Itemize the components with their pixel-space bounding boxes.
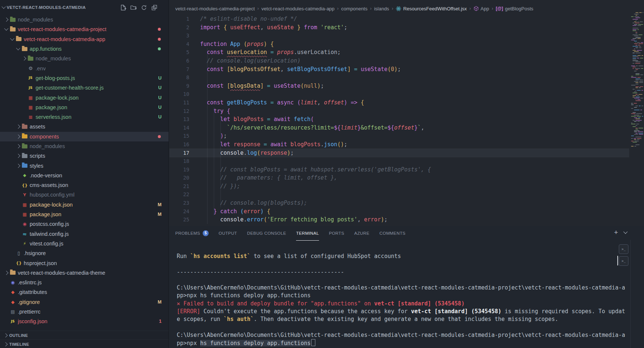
tree-item-cms-assets.json[interactable]: {}cms-assets.json	[0, 180, 169, 190]
tree-item-.env[interactable]: ⚙.env	[0, 63, 169, 73]
tree-item-node-modules[interactable]: node_modules	[0, 141, 169, 151]
panel-tab-comments[interactable]: COMMENTS	[379, 226, 405, 241]
code-line-15[interactable]: 15 );	[169, 132, 629, 140]
code-line-9[interactable]: 9 const [blogsData] = useState(null);	[169, 82, 629, 90]
minimap-line	[631, 85, 643, 86]
code-line-17[interactable]: 17 console.log(response);	[169, 149, 629, 157]
code-line-5[interactable]: 5 const userLocation = props.userLocatio…	[169, 48, 629, 57]
breadcrumb-item-getBlogPosts[interactable]: [@]getBlogPosts	[496, 6, 533, 11]
tree-item-serverless.json[interactable]: ≡serverless.jsonU	[0, 112, 169, 122]
panel-tab-terminal[interactable]: TERMINAL	[296, 226, 319, 241]
tree-item-get-customer-health-score.js[interactable]: JSget-customer-health-score.jsU	[0, 83, 169, 93]
tree-item-.eslintrc.js[interactable]: ◉.eslintrc.js	[0, 278, 169, 287]
tree-item-vitest.config.js[interactable]: ⚡vitest.config.js	[0, 239, 169, 248]
code-line-2[interactable]: 2import { useEffect, useState } from 're…	[169, 23, 629, 32]
breadcrumb-item-vetct-react-modules-catmedia-app[interactable]: vetct-react-modules-catmedia-app	[262, 6, 335, 11]
tree-item-vetct-react-modules-catmedia-app[interactable]: vetct-react-modules-catmedia-app	[0, 34, 169, 44]
tree-item-node-modules[interactable]: node_modules	[0, 15, 169, 24]
breadcrumb-item-components[interactable]: components	[341, 6, 368, 11]
code-line-8[interactable]: 8	[169, 73, 629, 82]
tree-item-hubspot.config.yml[interactable]: Yhubspot.config.yml	[0, 190, 169, 200]
code-line-content: let response = await blogPosts.json();	[189, 140, 347, 149]
code-line-24[interactable]: 24 } catch (error) {	[169, 207, 629, 216]
chevron-down-icon[interactable]	[1, 4, 6, 9]
panel-tab-label: PROBLEMS	[175, 231, 200, 235]
code-line-14[interactable]: 14 `/hs/serverless/resources?limit=${lim…	[169, 124, 629, 132]
new-file-icon[interactable]	[120, 4, 126, 11]
refresh-explorer-icon[interactable]	[141, 4, 147, 11]
code-line-3[interactable]: 3	[169, 31, 629, 40]
code-line-6[interactable]: 6 // console.log(userLocation)	[169, 57, 629, 65]
tree-item-.hsignore[interactable]: ▯.hsignore	[0, 248, 169, 258]
code-line-22[interactable]: 22	[169, 190, 629, 199]
code-line-10[interactable]: 10	[169, 90, 629, 98]
code-line-13[interactable]: 13 let blogPosts = await fetch(	[169, 115, 629, 124]
tree-item-.node-version[interactable]: ◆.node-version	[0, 171, 169, 180]
code-line-18[interactable]: 18	[169, 157, 629, 165]
code-line-content: console.log(response);	[189, 149, 294, 157]
code-line-7[interactable]: 7 const [blogPostsOffset, setBlogPostsOf…	[169, 65, 629, 74]
code-line-23[interactable]: 23 // console.log(blogPosts);	[169, 199, 629, 207]
code-line-25[interactable]: 25 console.error('Error fetching blog po…	[169, 215, 629, 224]
tree-item-app.functions[interactable]: app.functions	[0, 44, 169, 54]
tree-item-jsconfig.json[interactable]: JSjsconfig.json1	[0, 317, 169, 326]
code-line-4[interactable]: 4function App (props) {	[169, 40, 629, 48]
code-line-content: const [blogsData] = useState(null);	[189, 82, 324, 90]
tree-item-node-modules[interactable]: node_modules	[0, 54, 169, 63]
breadcrumb-item-vetct-react-modules-catmedia-project[interactable]: vetct-react-modules-catmedia-project	[175, 6, 255, 11]
outline-section-header[interactable]: OUTLINE	[0, 331, 169, 340]
code-line-1[interactable]: 1/* eslint-disable no-undef */	[169, 15, 629, 23]
terminal-output[interactable]: Run `hs accounts list` to see a list of …	[177, 252, 628, 347]
tree-item-vetct-react-modules-catmedia-theme[interactable]: vetct-react-modules-catmedia-theme	[0, 268, 169, 278]
breadcrumb-item-islands[interactable]: islands	[374, 6, 389, 11]
tree-item-package.json[interactable]: ▦package.jsonM	[0, 210, 169, 219]
tree-item-.prettierrc[interactable]: ▤.prettierrc	[0, 307, 169, 317]
new-terminal-icon[interactable]: +	[614, 229, 618, 236]
line-number: 15	[169, 132, 189, 140]
breadcrumb-label: vetct-react-modules-catmedia-app	[262, 6, 335, 11]
code-line-12[interactable]: 12 try {	[169, 107, 629, 116]
terminal-tab-icon[interactable]: >_	[619, 244, 628, 254]
code-line-19[interactable]: 19 // const blogPosts = await hubspot.se…	[169, 165, 629, 174]
tree-item-package-lock.json[interactable]: ▦package-lock.jsonM	[0, 200, 169, 210]
panel-tab-azure[interactable]: AZURE	[354, 226, 369, 241]
panel-tab-debug-console[interactable]: DEBUG CONSOLE	[247, 226, 286, 241]
tree-item-.gitignore[interactable]: ◆.gitignoreM	[0, 297, 169, 307]
tree-item-get-blog-posts.js[interactable]: JSget-blog-posts.jsU	[0, 73, 169, 83]
timeline-section-header[interactable]: TIMELINE	[0, 339, 169, 348]
code-area[interactable]: 1/* eslint-disable no-undef */2import { …	[169, 15, 629, 224]
panel-tab-ports[interactable]: PORTS	[329, 226, 344, 241]
tree-item-package-lock.json[interactable]: ▦package-lock.jsonU	[0, 93, 169, 102]
breadcrumb-item-ResourcesFeedWithOffset.jsx[interactable]: ResourcesFeedWithOffset.jsx	[396, 6, 467, 11]
minimap-line	[631, 126, 643, 127]
minimap-line	[631, 135, 643, 136]
new-folder-icon[interactable]	[130, 4, 137, 11]
panel-tab-problems[interactable]: PROBLEMS5	[175, 226, 209, 241]
panel-tab-output[interactable]: OUTPUT	[219, 226, 237, 241]
code-line-20[interactable]: 20 // parameters: { limit, offset },	[169, 174, 629, 182]
chevron-right-icon	[4, 271, 8, 275]
code-line-21[interactable]: 21 // });	[169, 182, 629, 191]
tree-item-hsproject.json[interactable]: {}hsproject.json	[0, 258, 169, 268]
minimap-line	[631, 72, 643, 73]
minimap[interactable]	[631, 12, 643, 147]
tree-item-scripts[interactable]: scripts	[0, 151, 169, 161]
tree-item-styles[interactable]: styles	[0, 161, 169, 170]
breadcrumb-item-App[interactable]: App	[474, 6, 489, 11]
terminal-profiles-chevron-icon[interactable]	[623, 230, 627, 234]
terminal-tab-icon[interactable]: >_	[619, 256, 628, 266]
code-line-11[interactable]: 11 const getBlogPosts = async (limit, of…	[169, 98, 629, 107]
file-type-icon: ⚡	[22, 241, 27, 246]
git-modified-dot	[158, 47, 161, 50]
tree-item-.gitattributes[interactable]: ◆.gitattributes	[0, 287, 169, 297]
minimap-line	[631, 106, 643, 106]
tree-item-postcss.config.js[interactable]: ◉postcss.config.js	[0, 219, 169, 229]
tree-item-vetct-react-modules-catmedia-project[interactable]: vetct-react-modules-catmedia-project	[0, 24, 169, 34]
collapse-folders-icon[interactable]	[151, 4, 157, 11]
tree-item-tailwind.config.js[interactable]: ≈tailwind.config.js	[0, 229, 169, 239]
file-type-icon: JS	[28, 86, 33, 90]
tree-item-assets[interactable]: assets	[0, 122, 169, 131]
tree-item-package.json[interactable]: ▦package.jsonU	[0, 103, 169, 112]
code-line-16[interactable]: 16 let response = await blogPosts.json()…	[169, 140, 629, 149]
tree-item-components[interactable]: components	[0, 132, 169, 141]
